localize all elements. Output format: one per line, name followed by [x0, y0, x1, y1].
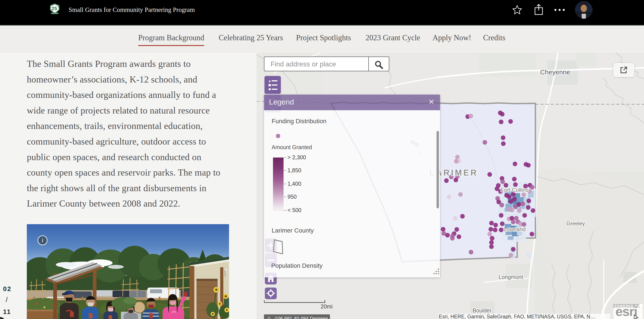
svg-text:25: 25 [52, 6, 57, 11]
svg-text:Longmont: Longmont [498, 274, 523, 280]
svg-text:Fort Collins: Fort Collins [501, 187, 528, 193]
svg-text:ANNIVERSARY: ANNIVERSARY [51, 13, 59, 14]
svg-text:Loveland: Loveland [503, 226, 526, 232]
svg-text:20mi: 20mi [321, 303, 332, 309]
svg-text:Cheyenne: Cheyenne [540, 68, 570, 76]
svg-text:TH: TH [57, 6, 60, 8]
svg-text:Greeley: Greeley [566, 220, 585, 226]
svg-text:Boulder: Boulder [472, 307, 492, 313]
